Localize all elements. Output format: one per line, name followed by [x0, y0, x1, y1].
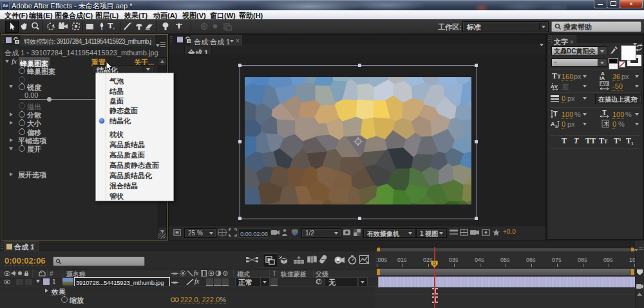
svg-text:lA: lA [600, 75, 605, 80]
svg-text:T: T [553, 110, 558, 118]
svg-text:A: A [551, 121, 555, 127]
svg-text:T: T [602, 109, 607, 116]
svg-text:AV: AV [601, 81, 608, 87]
svg-text:木: 木 [603, 121, 609, 127]
svg-text:A̓V: A̓V [551, 83, 558, 89]
svg-text:a: a [555, 124, 558, 129]
